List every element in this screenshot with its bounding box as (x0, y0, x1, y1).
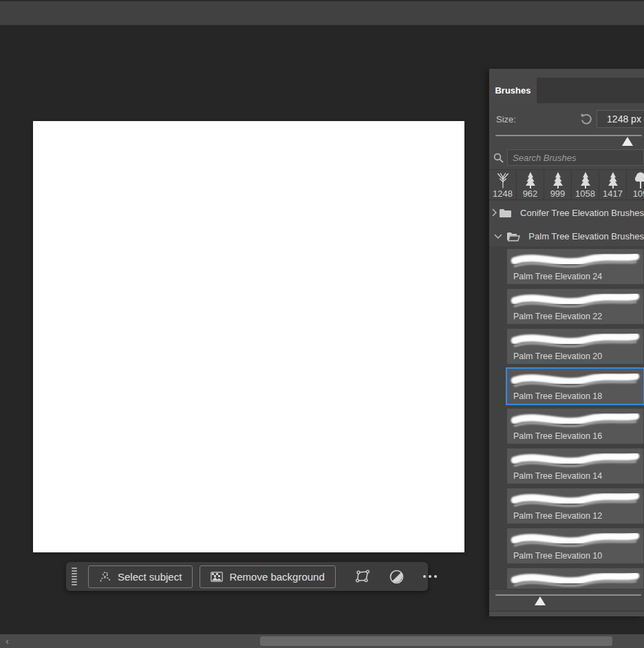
brushes-panel: Brushes Size: 124896299910581417109 Coni… (489, 69, 644, 616)
horizontal-scrollbar: ‹ (0, 634, 644, 648)
search-icon (489, 153, 507, 163)
brush-size-value: 1417 (603, 189, 623, 198)
brush-size-value: 962 (523, 189, 538, 198)
brush-size-row: Size: (489, 110, 644, 129)
recent-brush-999[interactable]: 999 (544, 170, 572, 199)
brush-item-label: Palm Tree Elevation 12 (513, 511, 602, 521)
remove-background-label: Remove background (229, 571, 324, 583)
contextual-task-bar: Select subject Remove background (66, 562, 428, 591)
brush-size-slider-handle[interactable] (622, 137, 633, 146)
conifer-tree-icon (522, 171, 539, 189)
adjustment-contrast-icon (389, 570, 404, 584)
brush-item-palm-tree-elevation-10[interactable]: Palm Tree Elevation 10 (507, 528, 643, 563)
taskbar-drag-grip[interactable] (72, 568, 77, 585)
brush-size-value: 999 (550, 189, 566, 198)
folder-label: Palm Tree Elevation Brushes (528, 231, 644, 241)
tab-brushes[interactable]: Brushes (489, 78, 537, 103)
brush-item-palm-tree-elevation-22[interactable]: Palm Tree Elevation 22 (507, 289, 643, 324)
brush-item-label: Palm Tree Elevation 24 (513, 272, 602, 281)
transform-button[interactable] (355, 568, 370, 585)
brush-size-input[interactable] (597, 110, 644, 128)
brush-item-palm-tree-elevation-16[interactable]: Palm Tree Elevation 16 (507, 409, 643, 444)
remove-background-button[interactable]: Remove background (200, 565, 335, 588)
more-options-dots-icon (423, 575, 437, 578)
recent-brush-109[interactable]: 109 (627, 170, 644, 199)
brush-size-value: 1058 (575, 189, 595, 198)
search-brushes-input[interactable] (507, 149, 644, 166)
brush-item-label: Palm Tree Elevation 20 (513, 352, 602, 361)
brush-stroke-preview (508, 290, 642, 310)
remove-background-icon (211, 572, 223, 582)
folder-closed-icon (499, 208, 512, 218)
brush-item-partial[interactable] (507, 568, 643, 589)
brush-item-label: Palm Tree Elevation 10 (513, 551, 602, 561)
size-label: Size: (496, 114, 516, 125)
brush-stroke-preview (508, 449, 642, 470)
brush-item-label: Palm Tree Elevation 16 (513, 431, 602, 441)
brush-stroke-preview (508, 409, 642, 430)
recent-brushes-row: 124896299910581417109 (489, 169, 644, 200)
brush-stroke-preview (508, 529, 642, 550)
brush-stroke-preview (508, 369, 642, 390)
recent-brush-962[interactable]: 962 (517, 170, 544, 199)
recent-brush-1248[interactable]: 1248 (489, 170, 517, 199)
brush-stroke-preview (508, 330, 642, 350)
deciduous-tree-icon (632, 171, 644, 189)
transform-icon (355, 570, 370, 583)
brush-item-palm-tree-elevation-20[interactable]: Palm Tree Elevation 20 (507, 329, 643, 364)
panel-header-strip[interactable] (489, 69, 644, 78)
horizontal-scrollbar-thumb[interactable] (260, 636, 612, 646)
panel-footer-bar (489, 611, 644, 616)
conifer-tree-icon (577, 171, 594, 189)
document-canvas[interactable] (33, 121, 464, 552)
adjustments-button[interactable] (389, 568, 404, 585)
scroll-left-chevron-icon[interactable]: ‹ (6, 634, 9, 648)
brush-stroke-preview (508, 489, 642, 510)
bare-tree-icon (495, 171, 511, 189)
brush-size-value: 1248 (493, 189, 513, 198)
folder-conifer-tree-elevation-brushes[interactable]: Conifer Tree Elevation Brushes (489, 203, 644, 222)
panel-zoom-slider-track[interactable] (495, 594, 641, 596)
folder-palm-tree-elevation-brushes[interactable]: Palm Tree Elevation Brushes (489, 226, 644, 246)
brush-list: Palm Tree Elevation 24Palm Tree Elevatio… (489, 246, 644, 589)
select-subject-button[interactable]: Select subject (88, 565, 193, 588)
brush-size-slider-track[interactable] (495, 135, 642, 136)
conifer-tree-icon (605, 171, 621, 189)
panel-tab-bar: Brushes (489, 78, 644, 103)
brush-stroke-preview (508, 569, 642, 589)
conifer-tree-icon (550, 171, 566, 189)
reset-size-icon[interactable] (579, 111, 594, 127)
chevron-down-icon[interactable] (489, 233, 506, 239)
panel-zoom-slider-row (489, 589, 644, 610)
brush-item-palm-tree-elevation-12[interactable]: Palm Tree Elevation 12 (507, 488, 643, 523)
application-top-bar (0, 0, 644, 25)
brush-item-palm-tree-elevation-18[interactable]: Palm Tree Elevation 18 (507, 369, 643, 404)
brush-item-palm-tree-elevation-14[interactable]: Palm Tree Elevation 14 (507, 449, 643, 484)
folder-open-icon (506, 231, 520, 241)
person-icon (99, 571, 111, 583)
brush-item-label: Palm Tree Elevation 14 (513, 471, 602, 481)
more-options-button[interactable] (423, 568, 437, 585)
recent-brush-1417[interactable]: 1417 (599, 170, 627, 199)
brush-item-label: Palm Tree Elevation 18 (513, 391, 602, 401)
brush-item-label: Palm Tree Elevation 22 (513, 312, 602, 321)
brush-size-value: 109 (633, 189, 644, 198)
folder-label: Conifer Tree Elevation Brushes (520, 208, 644, 218)
select-subject-label: Select subject (118, 571, 182, 583)
recent-brush-1058[interactable]: 1058 (572, 170, 599, 199)
chevron-right-icon[interactable] (489, 208, 499, 217)
brush-stroke-preview (508, 250, 642, 270)
panel-zoom-slider-handle[interactable] (535, 596, 546, 605)
brush-search-row (489, 149, 644, 166)
brush-item-palm-tree-elevation-24[interactable]: Palm Tree Elevation 24 (507, 249, 643, 284)
